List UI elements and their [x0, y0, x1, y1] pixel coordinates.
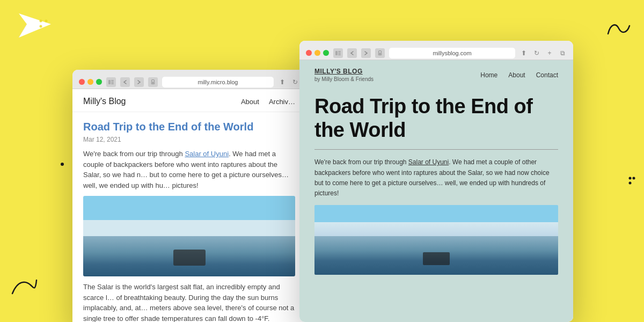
sidebar-toggle[interactable]: [106, 77, 116, 87]
salar-link-1[interactable]: Salar of Uyuni: [185, 150, 229, 158]
back-button[interactable]: [120, 77, 130, 87]
browser-window-1: milly.micro.blog ⬆ ↻ Milly's Blog About …: [72, 70, 306, 322]
squiggle-bottom-left: [10, 275, 39, 296]
blog-header-1: Milly's Blog About Archiv…: [72, 89, 306, 112]
blog-body-1: Road Trip to the End of the World Mar 12…: [72, 112, 306, 322]
svg-line-1: [19, 24, 27, 38]
dots-right: [628, 176, 635, 186]
svg-rect-14: [111, 80, 114, 81]
svg-rect-22: [378, 53, 382, 55]
more-icon[interactable]: ⧉: [558, 49, 567, 57]
browser-window-2: millysblog.com ⬆ ↻ + ⧉ MILLY'S BLOG by M…: [299, 41, 573, 322]
browser-chrome-1: milly.micro.blog ⬆ ↻: [72, 70, 306, 89]
svg-point-2: [40, 20, 42, 23]
svg-point-6: [61, 163, 64, 166]
svg-rect-20: [338, 53, 341, 54]
svg-point-12: [629, 182, 632, 185]
blog-nav-1: About Archiv…: [241, 98, 295, 106]
svg-rect-19: [338, 51, 341, 52]
svg-point-11: [633, 177, 635, 180]
blog-title-1: Milly's Blog: [83, 97, 126, 106]
nav-about-1[interactable]: About: [241, 98, 259, 106]
blog-header-2: MILLY'S BLOG by Milly Bloom & Friends Ho…: [299, 60, 573, 87]
post-title-2: Road Trip to the End of the World: [314, 95, 558, 142]
post-divider: [314, 149, 558, 150]
dot-decoration-left: [60, 162, 64, 166]
reload-icon-2[interactable]: ↻: [532, 49, 541, 57]
post-body-text-2: We're back from our trip through Salar o…: [314, 157, 558, 199]
post-body-1: We're back from our trip through Salar o…: [83, 149, 295, 191]
salar-link-2[interactable]: Salar of Uyuni: [408, 158, 449, 166]
traffic-lights-2: [306, 50, 329, 56]
url-bar-1[interactable]: milly.micro.blog: [162, 77, 274, 87]
minimize-button[interactable]: [87, 79, 93, 85]
share-icon[interactable]: ⬆: [278, 78, 287, 86]
forward-button[interactable]: [134, 77, 144, 87]
maximize-button[interactable]: [96, 79, 102, 85]
url-bar-2[interactable]: millysblog.com: [389, 48, 515, 58]
post-image-2: [314, 205, 558, 275]
blog-content-2: MILLY'S BLOG by Milly Bloom & Friends Ho…: [299, 60, 573, 322]
privacy-icon: [148, 77, 158, 87]
browser-chrome-2: millysblog.com ⬆ ↻ + ⧉: [299, 41, 573, 60]
svg-rect-21: [338, 54, 341, 55]
post-body-2: The Salar is the world's largest salt fl…: [83, 282, 295, 322]
squiggle-decoration: [605, 20, 632, 36]
dots-decoration: [39, 19, 49, 30]
blog-title-2: MILLY'S BLOG: [314, 68, 374, 75]
blog-content-1: Milly's Blog About Archiv… Road Trip to …: [72, 89, 306, 322]
svg-point-10: [629, 177, 632, 180]
blog-body-2: Road Trip to the End of the World We're …: [299, 87, 573, 282]
nav-about-2[interactable]: About: [508, 71, 525, 79]
maximize-button-2[interactable]: [323, 50, 329, 56]
svg-marker-0: [19, 13, 51, 38]
traffic-lights-1: [79, 79, 102, 85]
nav-archive-1[interactable]: Archiv…: [269, 98, 295, 106]
svg-rect-13: [108, 80, 111, 84]
blog-subtitle-2: by Milly Bloom & Friends: [314, 76, 374, 82]
share-icon-2[interactable]: ⬆: [519, 49, 528, 57]
svg-rect-16: [111, 83, 114, 84]
nav-contact-2[interactable]: Contact: [536, 71, 558, 79]
svg-point-4: [40, 25, 42, 28]
post-date-1: Mar 12, 2021: [83, 136, 295, 143]
back-button-2[interactable]: [347, 48, 357, 58]
svg-rect-17: [151, 82, 155, 84]
sidebar-toggle-2[interactable]: [333, 48, 343, 58]
svg-rect-18: [335, 51, 338, 55]
close-button-2[interactable]: [306, 50, 312, 56]
close-button[interactable]: [79, 79, 85, 85]
nav-home-2[interactable]: Home: [480, 71, 497, 79]
post-title-1: Road Trip to the End of the World: [83, 120, 295, 134]
forward-button-2[interactable]: [361, 48, 371, 58]
reload-icon[interactable]: ↻: [291, 78, 299, 86]
svg-point-3: [45, 20, 48, 23]
blog-nav-2: Home About Contact: [480, 71, 558, 79]
privacy-icon-2: [375, 48, 385, 58]
blog-brand-2: MILLY'S BLOG by Milly Bloom & Friends: [314, 68, 374, 82]
add-tab-icon[interactable]: +: [545, 49, 554, 57]
post-image-1: [83, 196, 295, 276]
minimize-button-2[interactable]: [314, 50, 320, 56]
svg-rect-15: [111, 82, 114, 83]
paper-plane-icon: [16, 11, 54, 43]
